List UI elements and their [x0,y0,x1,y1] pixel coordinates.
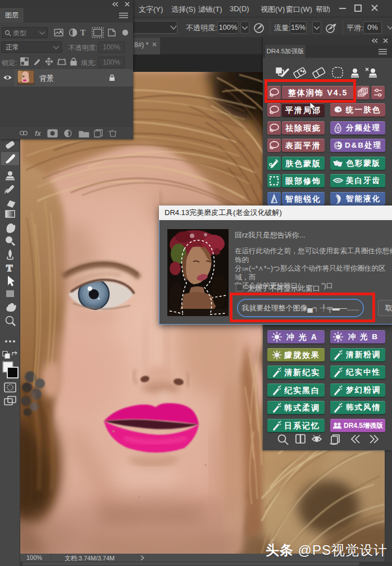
svg-text:T: T [6,263,13,273]
svg-text:fx: fx [35,130,42,138]
svg-text:T: T [80,29,86,37]
